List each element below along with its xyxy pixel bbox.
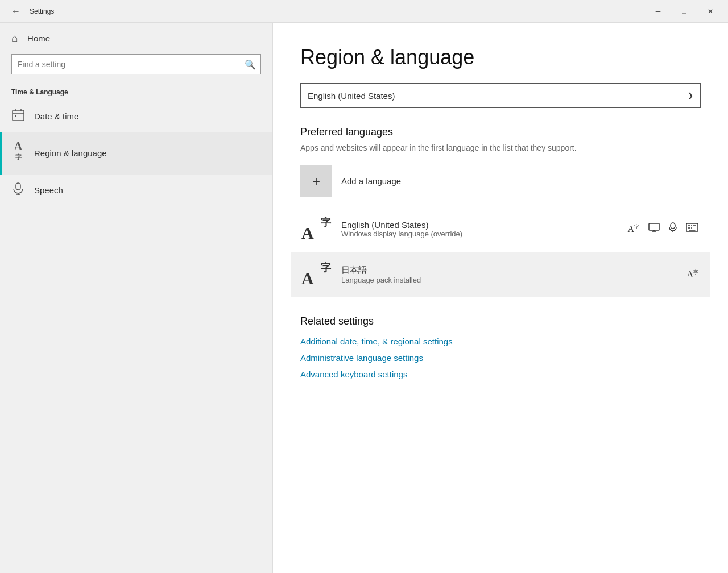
japanese-lang-name: 日本語: [341, 265, 675, 276]
english-lang-info: English (United States) Windows display …: [341, 220, 616, 238]
related-link-advanced-keyboard[interactable]: Advanced keyboard settings: [300, 369, 701, 379]
date-time-icon: [11, 109, 25, 124]
japanese-lang-actions: A字: [684, 267, 701, 282]
titlebar: ← Settings ─ □ ✕: [0, 0, 728, 23]
preferred-languages-title: Preferred languages: [300, 126, 701, 138]
related-settings-section: Related settings Additional date, time, …: [300, 315, 701, 379]
svg-rect-4: [15, 115, 16, 117]
japanese-lang-status: Language pack installed: [341, 276, 675, 284]
english-lang-name: English (United States): [341, 220, 616, 230]
related-link-administrative[interactable]: Administrative language settings: [300, 353, 701, 363]
close-button[interactable]: ✕: [697, 0, 723, 23]
sidebar-section-title: Time & Language: [0, 84, 272, 101]
sidebar-item-label-speech: Speech: [34, 185, 63, 195]
sidebar-item-label-date-time: Date & time: [34, 111, 78, 121]
sidebar: ⌂ Home 🔍 Time & Language Date & time A字: [0, 23, 273, 573]
japanese-lang-icon: A 字: [300, 259, 332, 290]
back-button[interactable]: ←: [5, 0, 27, 23]
english-action-keyboard-icon[interactable]: [684, 221, 701, 237]
main-layout: ⌂ Home 🔍 Time & Language Date & time A字: [0, 23, 728, 573]
search-icon[interactable]: 🔍: [240, 54, 260, 74]
country-dropdown[interactable]: English (United States) ❯: [300, 83, 701, 108]
svg-rect-11: [671, 223, 675, 229]
related-link-additional-date[interactable]: Additional date, time, & regional settin…: [300, 337, 701, 346]
add-language-button[interactable]: + Add a language: [300, 165, 701, 197]
language-item-english[interactable]: A 字 English (United States) Windows disp…: [300, 206, 701, 252]
svg-rect-5: [16, 183, 20, 190]
home-label: Home: [27, 34, 50, 43]
sidebar-item-date-time[interactable]: Date & time: [0, 101, 272, 132]
japanese-action-font-icon[interactable]: A字: [684, 267, 701, 282]
preferred-languages-section: Preferred languages Apps and websites wi…: [300, 126, 701, 297]
home-icon: ⌂: [11, 32, 18, 45]
dropdown-value: English (United States): [308, 91, 688, 101]
page-title: Region & language: [300, 45, 701, 69]
minimize-button[interactable]: ─: [645, 0, 671, 23]
window-controls: ─ □ ✕: [645, 0, 723, 23]
sidebar-item-region-language[interactable]: A字 Region & language: [0, 132, 272, 175]
japanese-lang-info: 日本語 Language pack installed: [341, 265, 675, 284]
sidebar-item-label-region-language: Region & language: [34, 148, 107, 158]
english-action-speech-icon[interactable]: [667, 220, 679, 238]
country-dropdown-container: English (United States) ❯: [300, 83, 701, 108]
maximize-button[interactable]: □: [671, 0, 697, 23]
add-language-label: Add a language: [341, 176, 401, 186]
search-box[interactable]: 🔍: [11, 54, 261, 74]
preferred-languages-desc: Apps and websites will appear in the fir…: [300, 143, 701, 154]
related-settings-title: Related settings: [300, 315, 701, 327]
chevron-down-icon: ❯: [688, 92, 693, 99]
english-lang-actions: A字: [625, 220, 701, 238]
english-lang-status: Windows display language (override): [341, 230, 616, 238]
region-language-icon: A字: [11, 140, 25, 167]
speech-icon: [11, 182, 25, 198]
add-language-plus-icon: +: [300, 165, 332, 197]
home-nav-item[interactable]: ⌂ Home: [0, 23, 272, 54]
language-item-japanese[interactable]: A 字 日本語 Language pack installed A字: [291, 252, 710, 297]
titlebar-title: Settings: [30, 7, 54, 15]
svg-rect-0: [13, 110, 24, 121]
svg-rect-8: [649, 223, 659, 230]
content-area: Region & language English (United States…: [273, 23, 728, 573]
sidebar-item-speech[interactable]: Speech: [0, 175, 272, 206]
english-lang-icon: A 字: [300, 213, 332, 245]
english-action-display-icon[interactable]: [646, 221, 662, 237]
english-action-font-icon[interactable]: A字: [625, 221, 642, 236]
search-input[interactable]: [12, 60, 240, 69]
